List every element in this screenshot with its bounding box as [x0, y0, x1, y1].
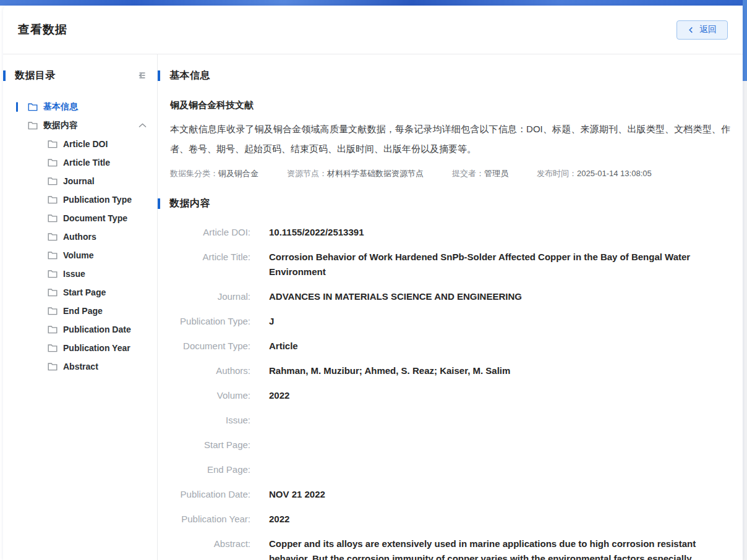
- field-value: 2022: [269, 512, 730, 527]
- chevron-left-icon: [688, 27, 694, 33]
- folder-icon: [48, 214, 58, 223]
- folder-icon: [48, 307, 58, 315]
- tree-item[interactable]: Article DOI: [3, 135, 157, 153]
- tree-item-label: Journal: [63, 176, 95, 186]
- tree-item[interactable]: Publication Type: [3, 190, 157, 209]
- tree-item[interactable]: Publication Date: [3, 320, 157, 339]
- dataset-description: 本文献信息库收录了铜及铜合金领域高质量文献数据，每条记录均详细包含以下信息：DO…: [170, 119, 730, 159]
- tree-item-basic-info[interactable]: 基本信息: [3, 98, 157, 116]
- tree-item[interactable]: Abstract: [3, 357, 157, 376]
- folder-icon: [48, 362, 58, 371]
- field-label: Publication Type:: [170, 314, 250, 329]
- data-content-section-title: 数据内容: [169, 197, 210, 210]
- field-label: End Page:: [170, 462, 250, 477]
- data-directory-tree: 基本信息 数据内容: [3, 98, 157, 135]
- menu-fold-icon[interactable]: [135, 71, 146, 80]
- tree-item-label: Authors: [63, 232, 96, 242]
- back-button-label: 返回: [699, 24, 717, 35]
- tree-item-data-content[interactable]: 数据内容: [3, 116, 157, 135]
- tree-item-label: 数据内容: [43, 120, 78, 131]
- tree-item-label: Document Type: [63, 213, 127, 223]
- main-panel: 基本信息 铜及铜合金科技文献 本文献信息库收录了铜及铜合金领域高质量文献数据，每…: [158, 54, 743, 560]
- field-label: Journal:: [170, 289, 250, 304]
- tree-item[interactable]: Document Type: [3, 209, 157, 227]
- field-value: 2022: [269, 388, 730, 403]
- field-row: Issue:: [170, 408, 730, 433]
- field-value: Corrosion Behavior of Work Hardened SnPb…: [269, 250, 730, 279]
- tree-item-label: Issue: [63, 269, 85, 279]
- field-label: Start Page:: [170, 438, 250, 452]
- folder-icon: [48, 325, 58, 334]
- chevron-up-icon[interactable]: [139, 123, 147, 128]
- field-value: ADVANCES IN MATERIALS SCIENCE AND ENGINE…: [269, 289, 730, 304]
- meta-resource-node: 资源节点：材料科学基础数据资源节点: [287, 168, 424, 179]
- folder-icon: [48, 232, 58, 241]
- tree-item-label: End Page: [63, 306, 103, 316]
- folder-icon: [48, 269, 58, 278]
- scrollbar-thumb[interactable]: [743, 0, 747, 81]
- field-row: Publication Date: NOV 21 2022: [170, 482, 730, 507]
- field-value: NOV 21 2022: [269, 487, 730, 502]
- field-label: Volume:: [170, 388, 250, 403]
- folder-icon: [48, 140, 58, 148]
- meta-publish-time: 发布时间：2025-01-14 13:08:05: [537, 168, 652, 179]
- field-value: Article: [269, 339, 730, 354]
- field-row: Article DOI: 10.1155/2022/2513391: [170, 220, 730, 245]
- field-row: Authors: Rahman, M. Muzibur; Ahmed, S. R…: [170, 358, 730, 383]
- field-row: Document Type: Article: [170, 334, 730, 358]
- page-title: 查看数据: [18, 22, 67, 38]
- selected-indicator-bar: [16, 102, 18, 112]
- field-label: Article Title:: [170, 250, 250, 265]
- field-label: Issue:: [170, 413, 250, 428]
- tree-item[interactable]: End Page: [3, 302, 157, 320]
- field-row: Abstract: Copper and its alloys are exte…: [170, 532, 730, 560]
- dataset-meta-row: 数据集分类：铜及铜合金 资源节点：材料科学基础数据资源节点 提交者：管理员 发布…: [170, 168, 730, 179]
- tree-item[interactable]: Authors: [3, 227, 157, 246]
- tree-item-label: Publication Type: [63, 195, 132, 205]
- folder-icon: [48, 177, 58, 185]
- field-value: Copper and its alloys are extensively us…: [269, 537, 730, 560]
- field-row: Start Page:: [170, 433, 730, 457]
- field-label: Publication Date:: [170, 487, 250, 502]
- tree-item-label: Abstract: [63, 362, 98, 371]
- card-header: 查看数据 返回: [3, 6, 743, 54]
- tree-item-label: Publication Date: [63, 325, 131, 334]
- folder-icon: [28, 103, 38, 111]
- tree-item-label: Publication Year: [63, 343, 130, 353]
- field-value: 10.1155/2022/2513391: [269, 225, 730, 240]
- tree-item-label: Start Page: [63, 287, 106, 297]
- back-button[interactable]: 返回: [677, 20, 728, 40]
- meta-category: 数据集分类：铜及铜合金: [170, 168, 258, 179]
- field-row: Article Title: Corrosion Behavior of Wor…: [170, 245, 730, 284]
- page-background-banner: [0, 0, 747, 6]
- meta-submitter: 提交者：管理员: [452, 168, 508, 179]
- tree-item[interactable]: Journal: [3, 172, 157, 190]
- folder-icon: [48, 195, 58, 204]
- folder-icon: [48, 158, 58, 167]
- field-row: Journal: ADVANCES IN MATERIALS SCIENCE A…: [170, 284, 730, 309]
- field-value: [269, 463, 730, 477]
- sidebar-title: 数据目录: [15, 69, 135, 82]
- scrollbar-track[interactable]: [743, 81, 747, 560]
- folder-icon: [48, 344, 58, 352]
- section-accent-bar: [158, 198, 160, 209]
- tree-item-label: Volume: [63, 250, 94, 260]
- field-value: Rahman, M. Muzibur; Ahmed, S. Reaz; Kais…: [269, 363, 730, 378]
- field-label: Publication Year:: [170, 512, 250, 527]
- tree-item[interactable]: Issue: [3, 265, 157, 283]
- section-accent-bar: [3, 70, 6, 81]
- dataset-title: 铜及铜合金科技文献: [170, 100, 730, 111]
- selected-indicator-bar: [16, 121, 18, 130]
- tree-children: Article DOI Article Title Journal: [3, 135, 157, 376]
- tree-item-label: 基本信息: [43, 101, 78, 112]
- tree-item[interactable]: Publication Year: [3, 339, 157, 357]
- field-row: Publication Type: J: [170, 309, 730, 334]
- folder-icon: [48, 251, 58, 260]
- field-value: [269, 438, 730, 452]
- field-label: Document Type:: [170, 339, 250, 354]
- tree-item[interactable]: Start Page: [3, 283, 157, 302]
- field-row: End Page:: [170, 457, 730, 482]
- tree-item[interactable]: Article Title: [3, 153, 157, 172]
- tree-item[interactable]: Volume: [3, 246, 157, 265]
- folder-icon: [28, 121, 38, 130]
